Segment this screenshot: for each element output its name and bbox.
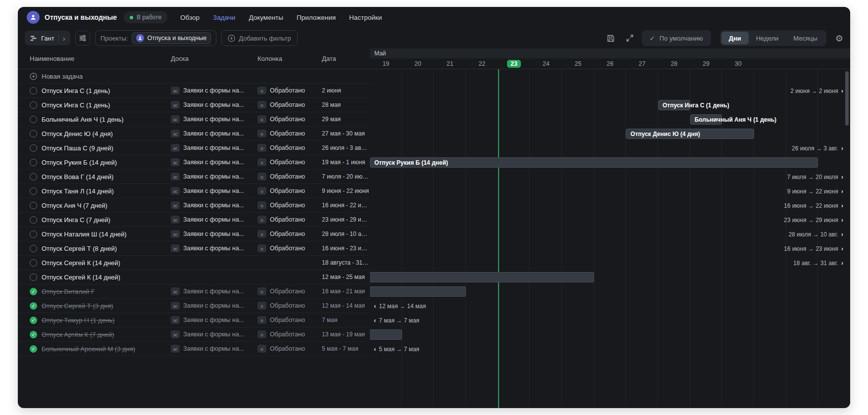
offscreen-task-link-right[interactable]: 9 июня → 22 июня› — [787, 184, 843, 198]
table-row[interactable]: Отпуск Инга С (1 день)зсЗаявки с формы н… — [18, 84, 370, 98]
task-status-icon[interactable] — [30, 87, 37, 94]
filter-settings-button[interactable] — [75, 31, 90, 46]
offscreen-task-link-right[interactable]: 16 июня → 23 июня› — [784, 241, 843, 256]
task-table: НаименованиеДоскаКолонкаДата Новая задач… — [18, 48, 370, 408]
task-status-icon[interactable] — [30, 116, 37, 123]
table-row[interactable]: Отпуск Паша С (9 дней)зсЗаявки с формы н… — [18, 141, 370, 155]
task-completed-icon[interactable]: ✓ — [30, 302, 37, 310]
task-status-icon[interactable] — [30, 159, 37, 166]
offscreen-task-link-left[interactable]: ‹5 мая → 7 мая — [374, 342, 419, 356]
table-row[interactable]: Отпуск Сергей К (14 дней)12 мая - 25 мая — [18, 270, 370, 284]
tab-Приложения[interactable]: Приложения — [297, 14, 336, 21]
gantt-bar[interactable] — [370, 329, 402, 340]
table-row[interactable]: ✓Отпуск Виталий ГзсЗаявки с формы на...о… — [18, 284, 370, 299]
timescale-segmented-control: ДниНеделиМесяцы — [720, 30, 826, 46]
chevron-right-icon: › — [841, 144, 843, 152]
table-row[interactable]: ✓Отпуск Артём К (7 дней)зсЗаявки с формы… — [18, 327, 370, 342]
offscreen-task-link-right[interactable]: 16 июня → 22 июня› — [784, 198, 843, 213]
task-completed-icon[interactable]: ✓ — [30, 331, 37, 338]
task-status-icon[interactable] — [30, 187, 37, 195]
board-badge-icon: зс — [171, 287, 180, 295]
task-status-icon[interactable] — [30, 144, 37, 152]
column-name: Обработано — [270, 101, 305, 108]
tab-Настройки[interactable]: Настройки — [349, 14, 382, 21]
task-column: оОбработано — [257, 345, 322, 353]
chevron-right-icon: › — [841, 231, 843, 238]
table-row[interactable]: Отпуск Инга С (7 дней)зсЗаявки с формы н… — [18, 213, 370, 227]
gantt-bar[interactable]: Больничный Аня Ч (1 день) — [690, 114, 722, 125]
offscreen-task-link-right[interactable]: 28 июля → 10 авг.› — [788, 227, 843, 241]
save-view-button[interactable] — [604, 31, 618, 45]
task-status-icon[interactable] — [30, 274, 37, 281]
table-row[interactable]: ✓Больничный Арсений М (3 дня)зсЗаявки с … — [18, 342, 370, 356]
add-filter-button[interactable]: Добавить фильтр — [221, 30, 298, 46]
table-row[interactable]: Отпуск Рукия Б (14 дней)зсЗаявки с формы… — [18, 155, 370, 170]
gantt-bar[interactable] — [370, 286, 466, 297]
tab-Документы[interactable]: Документы — [249, 14, 283, 21]
settings-gear-icon[interactable]: ⚙ — [835, 33, 843, 44]
task-status-icon[interactable] — [30, 173, 37, 181]
offscreen-task-link-left[interactable]: ‹7 мая → 7 мая — [374, 313, 419, 327]
task-column: оОбработано — [257, 302, 322, 310]
task-status-icon[interactable] — [30, 259, 37, 267]
date-range-label: 7 мая → 7 мая — [379, 317, 419, 324]
project-chip[interactable]: Отпуска и выходные — [132, 32, 211, 44]
default-view-button[interactable]: ✓ По умолчанию — [642, 30, 711, 46]
table-row[interactable]: Отпуск Денис Ю (4 дня)зсЗаявки с формы н… — [18, 127, 370, 141]
offscreen-task-link-left[interactable]: ‹12 мая → 14 мая — [374, 299, 426, 313]
timescale-Месяцы[interactable]: Месяцы — [786, 32, 825, 45]
new-task-row[interactable]: Новая задача — [18, 69, 370, 84]
task-status-icon[interactable] — [30, 130, 37, 138]
view-selector-button[interactable]: Гант › — [25, 31, 70, 46]
table-row[interactable]: Больничный Аня Ч (1 день)зсЗаявки с форм… — [18, 112, 370, 127]
topbar: Отпуска и выходные В работе ОбзорЗадачиД… — [18, 7, 850, 28]
tab-Обзор[interactable]: Обзор — [180, 14, 200, 21]
task-board: зсЗаявки с формы на... — [171, 230, 257, 238]
offscreen-task-link-right[interactable]: 7 июля → 20 июля› — [787, 170, 843, 184]
chevron-right-icon: › — [841, 87, 843, 94]
task-completed-icon[interactable]: ✓ — [30, 317, 37, 324]
table-row[interactable]: Отпуск Таня Л (14 дней)зсЗаявки с формы … — [18, 184, 370, 198]
timescale-Дни[interactable]: Дни — [721, 32, 749, 45]
status-badge[interactable]: В работе — [124, 11, 167, 23]
offscreen-task-link-right[interactable]: 18 авг. → 31 авг.› — [793, 256, 843, 270]
offscreen-task-link-right[interactable]: 2 июня → 2 июня› — [790, 84, 843, 98]
task-status-icon[interactable] — [30, 202, 37, 209]
task-name: Отпуск Инга С (1 день) — [42, 101, 171, 109]
gantt-bar[interactable]: Отпуск Рукия Б (14 дней) — [370, 157, 818, 168]
projects-filter-chip[interactable]: Проекты: Отпуска и выходные — [95, 30, 217, 46]
table-row[interactable]: Отпуск Наталия Ш (14 дней)зсЗаявки с фор… — [18, 227, 370, 241]
board-name: Заявки с формы на... — [183, 317, 244, 323]
tab-Задачи[interactable]: Задачи — [213, 14, 235, 21]
view-selector-label: Гант — [41, 35, 54, 42]
board-name: Заявки с формы на... — [183, 87, 244, 94]
gantt-bar[interactable]: Отпуск Инга С (1 день) — [658, 100, 690, 110]
task-status-icon[interactable] — [30, 216, 37, 224]
task-name: Отпуск Сергей К (14 дней) — [42, 274, 171, 281]
table-row[interactable]: Отпуск Аня Ч (7 дней)зсЗаявки с формы на… — [18, 198, 370, 213]
task-status-icon[interactable] — [30, 231, 37, 238]
chevron-left-icon: ‹ — [374, 317, 376, 324]
table-row[interactable]: Отпуск Сергей Т (8 дней)зсЗаявки с формы… — [18, 241, 370, 256]
task-status-icon[interactable] — [30, 245, 37, 252]
gantt-row: ‹12 мая → 14 мая — [370, 299, 850, 313]
table-row[interactable]: Отпуск Инга С (1 день)зсЗаявки с формы н… — [18, 98, 370, 112]
table-row[interactable]: Отпуск Вова Г (14 дней)зсЗаявки с формы … — [18, 170, 370, 184]
day-header-cell — [818, 58, 850, 69]
task-status-icon[interactable] — [30, 101, 37, 109]
app-window: Отпуска и выходные В работе ОбзорЗадачиД… — [18, 7, 850, 408]
offscreen-task-link-right[interactable]: 26 июля → 3 авг.› — [792, 141, 843, 155]
fullscreen-button[interactable] — [623, 31, 637, 45]
table-row[interactable]: Отпуск Сергей К (14 дней)18 августа - 31… — [18, 256, 370, 270]
task-completed-icon[interactable]: ✓ — [30, 345, 37, 353]
timescale-Недели[interactable]: Недели — [749, 32, 786, 45]
gantt-bar[interactable] — [370, 272, 594, 282]
gantt-bar[interactable]: Отпуск Денис Ю (4 дня) — [626, 129, 754, 139]
offscreen-task-link-right[interactable]: 23 июня → 29 июня› — [784, 213, 843, 227]
task-completed-icon[interactable]: ✓ — [30, 288, 37, 295]
vertical-scrollbar[interactable] — [845, 71, 849, 126]
table-row[interactable]: ✓Отпуск Сергей Т (3 дня)зсЗаявки с формы… — [18, 299, 370, 313]
day-header-cell: 20 — [402, 58, 434, 69]
task-column: оОбработано — [257, 187, 322, 195]
table-row[interactable]: ✓Отпуск Тимур Н (1 день)зсЗаявки с формы… — [18, 313, 370, 327]
